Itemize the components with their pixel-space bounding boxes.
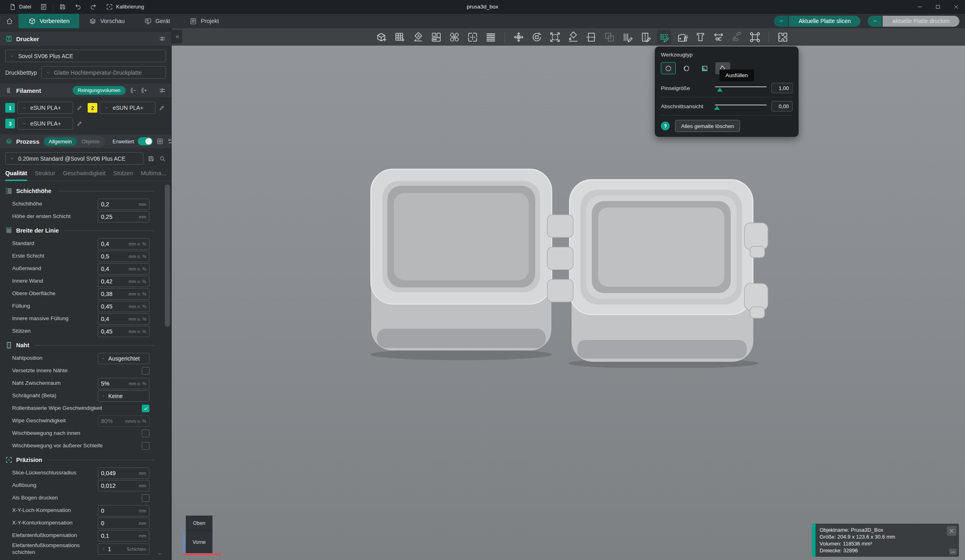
support-paint-button[interactable] (620, 30, 635, 44)
filament-select[interactable]: eSUN PLA+ (17, 102, 73, 114)
paint-tool-button[interactable] (657, 30, 671, 44)
setting-input-standard[interactable]: 0,4mm o. % (98, 238, 149, 250)
tab-vorschau[interactable]: Vorschau (79, 14, 134, 28)
scope-objects[interactable]: Objekte (77, 137, 105, 146)
seam-paint-button[interactable] (639, 30, 653, 44)
close-button[interactable] (947, 0, 965, 13)
spinner-arrows-icon[interactable] (101, 546, 106, 552)
setting-input-slice-lückenschlussradius[interactable]: 0,049mm (98, 468, 149, 479)
slice-options-chevron[interactable] (774, 16, 788, 27)
process-tab-qualität[interactable]: Qualität (5, 170, 27, 181)
setting-checkbox-versetzte-innere-nähte[interactable] (142, 367, 149, 375)
redo-button[interactable] (86, 0, 101, 13)
setting-input-höhe-der-ersten-schicht[interactable]: 0,25mm (98, 211, 149, 222)
model-prusa3d-box[interactable] (362, 164, 771, 368)
split-objects-button[interactable] (465, 30, 480, 44)
setting-input-obere-oberfläche[interactable]: 0,38mm o. % (98, 288, 149, 300)
brush-circle-button[interactable] (661, 62, 676, 74)
slice-plate-button[interactable]: Aktuelle Platte slicen (774, 16, 860, 27)
filament-color-chip[interactable]: 3 (5, 119, 15, 128)
setting-input-elefantenfußkompensations-schichten[interactable]: 1Schichten (98, 543, 149, 555)
section-view-slider[interactable] (715, 103, 767, 109)
measure-button[interactable] (711, 30, 726, 44)
sidebar-collapse-button[interactable] (172, 30, 182, 44)
setting-input-innere-massive-füllung[interactable]: 0,4mm o. % (98, 313, 149, 325)
nav-face-front[interactable]: Vorne (186, 531, 212, 553)
filament-select[interactable]: eSUN PLA+ (100, 102, 156, 114)
setting-input-stützen[interactable]: 0,45mm o. % (98, 326, 149, 337)
setting-input-wipe-geschwindigkeit[interactable]: 80%mm/s o. % (98, 415, 149, 427)
scrollbar-thumb[interactable] (165, 185, 170, 327)
cut-button[interactable] (584, 30, 599, 44)
tab-projekt[interactable]: Projekt (180, 14, 229, 28)
scope-global[interactable]: Allgemein (44, 137, 77, 146)
setting-checkbox-als-bogen-drucken[interactable] (142, 494, 149, 502)
process-tab-stützen[interactable]: Stützen (113, 170, 133, 181)
nav-face-top[interactable]: Oben (186, 516, 212, 531)
setting-select-nahtposition[interactable]: Ausgerichtet (98, 353, 149, 364)
brush-triangle-button[interactable] (697, 62, 712, 74)
place-on-face-button[interactable] (566, 30, 580, 44)
undo-button[interactable] (70, 0, 86, 13)
add-object-button[interactable] (374, 30, 389, 44)
printer-select[interactable]: Sovol SV06 Plus ACE (5, 50, 166, 62)
print-options-chevron[interactable] (868, 16, 882, 27)
setting-input-füllung[interactable]: 0,45mm o. % (98, 301, 149, 312)
section-view-value[interactable]: 0,00 (772, 101, 793, 111)
process-preset-select[interactable]: 0.20mm Standard @Sovol SV06 Plus ACE (5, 152, 143, 165)
split-parts-button[interactable] (776, 30, 790, 44)
fill-bed-button[interactable] (447, 30, 462, 44)
setting-select-schrägnaht-beta[interactable]: Keine (98, 390, 149, 402)
process-tab-geschwindigkeit[interactable]: Geschwindigkeit (63, 170, 106, 181)
list-settings-icon[interactable] (156, 138, 164, 145)
flush-volumes-button[interactable]: Reinigungsvolumen (73, 86, 126, 95)
object-info-minimize-button[interactable]: — (949, 549, 957, 555)
filament-settings-icon[interactable] (159, 87, 166, 94)
printer-settings-icon[interactable] (159, 35, 166, 42)
search-settings-icon[interactable] (159, 155, 166, 162)
filament-edit-icon[interactable] (76, 120, 84, 127)
arrange-button[interactable] (429, 30, 444, 44)
process-tab-struktur[interactable]: Struktur (35, 170, 55, 181)
save-preset-icon[interactable] (147, 155, 155, 162)
print-plate-button[interactable]: aktuelle Platte drucken (868, 16, 959, 27)
color-paint-button[interactable] (675, 30, 690, 44)
brush-sphere-button[interactable] (679, 62, 694, 74)
filament-color-chip[interactable]: 2 (88, 103, 97, 113)
object-info-close-button[interactable] (947, 526, 957, 536)
setting-checkbox-wischbewegung-nach-innen[interactable] (142, 430, 149, 437)
notes-button[interactable] (36, 0, 51, 13)
minimize-button[interactable] (910, 0, 929, 13)
settings-scrollbar[interactable] (165, 184, 170, 558)
filament-remove-icon[interactable] (129, 87, 137, 94)
scroll-more-icon[interactable] (156, 551, 163, 559)
filament-color-chip[interactable]: 1 (5, 103, 15, 113)
filament-select[interactable]: eSUN PLA+ (17, 117, 73, 130)
filament-edit-icon[interactable] (76, 104, 84, 111)
fix-model-button[interactable] (748, 30, 762, 44)
text-tool-button[interactable] (693, 30, 708, 44)
filament-add-icon[interactable] (140, 87, 147, 94)
menu-datei[interactable]: Datei (4, 0, 36, 13)
maximize-button[interactable] (929, 0, 947, 13)
home-button[interactable] (0, 14, 19, 28)
kalibrierung-button[interactable]: Kalibrierung (101, 0, 149, 13)
help-icon[interactable]: ? (661, 122, 670, 130)
setting-input-naht-zwischenraum[interactable]: 5%mm o. % (98, 378, 149, 389)
filament-edit-icon[interactable] (158, 104, 166, 111)
setting-input-elefantenfußkompensation[interactable]: 0,1mm (98, 530, 149, 541)
setting-input-x-y-loch-kompensation[interactable]: 0mm (98, 505, 149, 516)
add-plate-button[interactable] (393, 30, 407, 44)
rotate-button[interactable] (530, 30, 544, 44)
bed-type-select[interactable]: Glatte Hochtemperatur-Druckplatte (41, 66, 166, 79)
variable-layer-height-button[interactable] (484, 30, 498, 44)
setting-input-schichthöhe[interactable]: 0,2mm (98, 199, 149, 210)
setting-checkbox-wischbewegung-vor-äußerer-schleife[interactable] (142, 442, 149, 450)
brush-size-slider[interactable] (715, 85, 767, 91)
setting-input-erste-schicht[interactable]: 0,5mm o. % (98, 251, 149, 262)
setting-checkbox-rollenbasierte-wipe-geschwindigkeit[interactable] (142, 405, 149, 412)
tab-geraet[interactable]: Gerät (135, 14, 180, 28)
scale-button[interactable] (548, 30, 562, 44)
setting-input-außenwand[interactable]: 0,4mm o. % (98, 263, 149, 275)
move-button[interactable] (511, 30, 526, 44)
